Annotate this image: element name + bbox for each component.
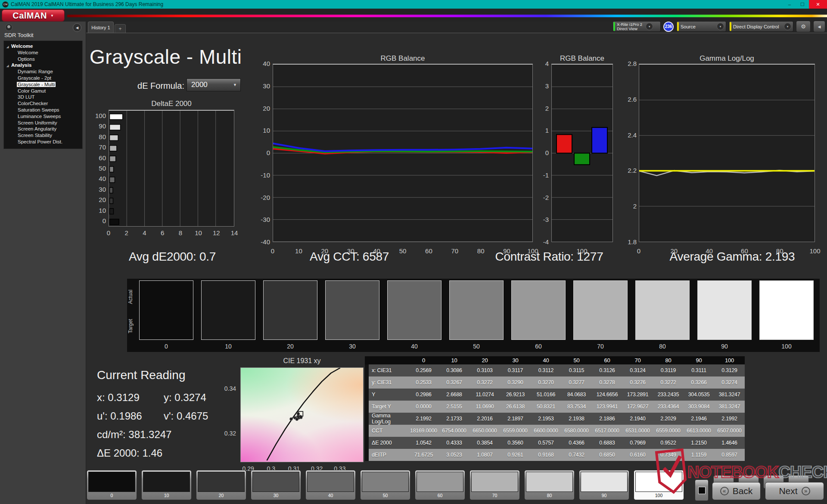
reading-value: y: 0.3274 [164,392,206,404]
close-button[interactable]: ✕ [809,0,827,9]
sidebar-item-screen-uniformity[interactable]: Screen Uniformity [4,120,82,126]
chevron-down-icon: ▼ [646,23,653,30]
row-label: Gamma Log/Log [369,413,408,425]
table-cell: 0.3086 [439,364,469,376]
expander-icon[interactable]: ◢ [6,63,9,69]
stat-avg-de2000: Avg dE2000: 0.7 [129,250,216,264]
table-cell: 6517.0000 [592,425,622,437]
table-cell: 381.3247 [714,401,745,413]
pattern-level-button-40[interactable]: 40 [305,470,356,500]
pattern-level-button-0[interactable]: 0 [87,470,137,500]
rgb-balance-bar-title: RGB Balance [551,54,613,63]
display-control-dropdown[interactable]: Direct Display Control ▼ [729,21,793,32]
table-cell: 0.2569 [408,364,439,376]
maximize-button[interactable]: ☐ [796,0,809,9]
sidebar-group-analysis[interactable]: ◢Analysis [4,62,82,68]
sidebar-item-saturation-sweeps[interactable]: Saturation Sweeps [4,107,82,113]
sidebar-item-welcome[interactable]: Welcome [4,50,82,56]
table-cell: 0.9522 [653,437,684,449]
table-cell: 2.2029 [653,413,684,425]
sidebar-item-screen-angularity[interactable]: Screen Angularity [4,126,82,132]
table-column-header: 100 [714,356,745,364]
minimize-button[interactable]: – [783,0,796,9]
table-cell: 0.2533 [408,376,439,389]
sidebar-item-color-gamut[interactable]: Color Gamut [4,88,82,94]
pattern-level-button-90[interactable]: 90 [579,470,629,500]
rgbline-y-tick: 10 [251,127,270,134]
row-label: dEITP [369,449,408,461]
de-formula-dropdown[interactable]: 2000 ▼ [187,78,241,91]
row-select-strip [365,401,369,413]
pattern-level-button-80[interactable]: 80 [524,470,575,500]
sidebar-item-grayscale-2pt[interactable]: Grayscale - 2pt [4,75,82,81]
sidebar-item-dynamic-range[interactable]: Dynamic Range [4,68,82,75]
back-label: Back [733,486,753,496]
chevron-down-icon: ▼ [784,23,791,30]
rgbline-x-tick: 60 [422,247,435,255]
table-column-header: 80 [653,356,684,364]
sidebar-item-screen-stability[interactable]: Screen Stability [4,132,82,139]
sidebar-item-spectral-power-dist[interactable]: Spectral Power Dist. [4,139,82,145]
pattern-swatch [362,472,409,492]
pattern-level-button-70[interactable]: 70 [469,470,520,500]
table-column-header: 0 [408,356,439,364]
add-tab-button[interactable]: + [115,24,126,33]
pattern-level-button-30[interactable]: 30 [251,470,301,500]
table-cell: 6600.0000 [531,425,561,437]
main-content: Grayscale - Multi dE Formula: 2000 ▼ Del… [86,33,827,504]
sidebar-item-3d-lut[interactable]: 3D LUT [4,94,82,100]
sidebar-item-grayscale-multi[interactable]: Grayscale - Multi [4,81,82,88]
app-icon: CM [2,1,9,8]
record-dot-icon[interactable] [5,24,12,31]
pattern-level-button-50[interactable]: 50 [360,470,410,500]
sidebar-item-colorchecker[interactable]: ColorChecker [4,100,82,107]
source-dropdown[interactable]: Source ▼ [676,21,726,32]
measurement-count-badge[interactable]: 236 [663,22,674,32]
pattern-swatch [198,472,245,492]
grayscale-swatch-60 [511,280,566,340]
cie-chart-title: CIE 1931 xy [240,357,364,365]
table-cell: 1.4646 [714,437,745,449]
settings-button[interactable]: ⚙ [796,21,811,32]
row-select-strip [365,413,369,425]
back-button[interactable]: « Back [712,482,761,500]
pattern-level-button-100[interactable]: 100 [634,470,684,500]
calman-menu-button[interactable]: CalMAN ▼ [2,9,65,22]
expander-icon[interactable]: ◢ [6,44,9,50]
table-cell: 1.0542 [408,437,439,449]
table-cell: 0.6883 [592,437,622,449]
rgbline-plot [273,64,533,242]
next-button[interactable]: Next » [765,482,824,500]
sidebar-collapse-button[interactable]: ◀ [73,23,81,32]
table-cell: 71.6725 [408,449,439,461]
pattern-window-button[interactable] [695,479,709,501]
display-status-indicator [730,22,731,31]
pattern-level-button-10[interactable]: 10 [141,470,192,500]
table-cell: 11.0690 [469,401,500,413]
row-label: x: CIE31 [369,364,408,376]
pattern-level-label: 60 [417,492,463,499]
sidebar-item-luminance-sweeps[interactable]: Luminance Sweeps [4,113,82,120]
stat-avg-cct: Avg CCT: 6587 [310,250,389,264]
meter-dropdown[interactable]: X-Rite i1Pro 2 Direct View ▼ [612,21,661,32]
rgbbar-y-tick: 2 [531,105,549,112]
deltae-y-tick: 40 [87,175,106,182]
de-formula-label: dE Formula: [115,81,184,91]
back-chevron-icon: « [720,487,729,495]
sidebar-item-label: Screen Uniformity [17,120,58,125]
table-header-row: 0102030405060708090100 [365,356,745,364]
sidebar-item-label: Spectral Power Dist. [17,139,63,144]
pattern-level-label: 70 [471,492,518,499]
tab-history-1[interactable]: History 1 [88,22,114,33]
row-select-strip [365,449,369,461]
table-cell: 303.9084 [684,401,714,413]
grayscale-swatch-70 [573,280,628,340]
sidebar-group-welcome[interactable]: ◢Welcome [4,43,82,50]
pattern-level-button-60[interactable]: 60 [415,470,465,500]
pattern-level-button-20[interactable]: 20 [196,470,246,500]
grayscale-swatch-10 [201,280,255,340]
sidebar-item-options[interactable]: Options [4,56,82,62]
table-cell: 2.2016 [469,413,500,425]
panel-collapse-button[interactable]: ◀ [813,21,825,32]
rgbline-y-tick: -10 [251,171,270,179]
